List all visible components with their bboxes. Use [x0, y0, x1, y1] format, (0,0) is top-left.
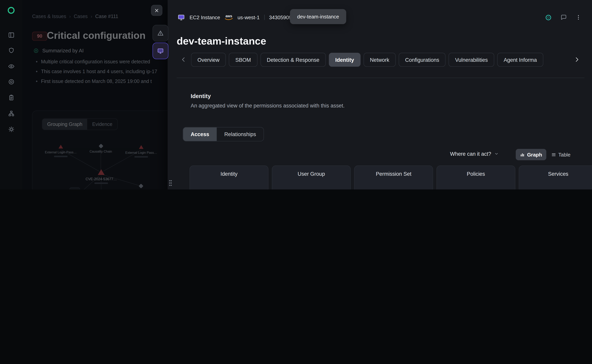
tab-detection-response[interactable]: Detection & Response — [261, 53, 326, 67]
tabs-scroll-left-icon[interactable] — [180, 56, 187, 64]
act-filter-label: Where can it act? — [450, 151, 491, 157]
graph-table-toggle: Graph Table — [516, 149, 575, 160]
panel-tab-bar: Overview SBOM Detection & Response Ident… — [191, 53, 570, 67]
sidebar-item-visibility[interactable] — [5, 61, 17, 72]
asset-side-tab-active[interactable] — [153, 43, 168, 59]
column-user-group: User Group — [272, 166, 351, 189]
sidebar-item-organization[interactable] — [5, 108, 17, 119]
tabs-overflow-fade — [545, 52, 572, 68]
alerts-side-tab[interactable] — [153, 25, 168, 42]
tab-sbom[interactable]: SBOM — [229, 53, 257, 67]
kebab-menu-icon[interactable] — [575, 14, 581, 20]
close-panel-button[interactable] — [151, 5, 162, 16]
sidebar-item-threats[interactable] — [5, 124, 17, 135]
bar-chart-icon — [520, 152, 525, 157]
panel-header-actions — [545, 12, 581, 22]
tabs-divider — [177, 78, 585, 78]
sidebar-item-cases[interactable] — [5, 29, 17, 41]
toggle-table-view[interactable]: Table — [547, 149, 575, 160]
tab-configurations[interactable]: Configurations — [399, 53, 446, 67]
sidebar-item-security[interactable] — [5, 45, 17, 56]
panel-header: EC2 Instance aws us-west-1 343059098… — [177, 12, 300, 22]
app-root: Cases & Issues › Cases › Case #111 90 Cr… — [0, 0, 592, 189]
column-permission-set: Permission Set — [354, 166, 433, 189]
asset-type-label: EC2 Instance — [189, 14, 220, 20]
asset-detail-panel: EC2 Instance aws us-west-1 343059098… de… — [168, 0, 592, 189]
region-label: us-west-1 — [237, 14, 259, 20]
panel-resize-handle[interactable] — [169, 180, 172, 187]
tooltip: dev-team-instance — [290, 9, 346, 24]
identity-section-heading: Identity — [191, 93, 211, 99]
panel-side-tabs — [153, 25, 168, 59]
tab-agent-information[interactable]: Agent Informa — [497, 53, 543, 67]
aws-logo-text: aws — [225, 14, 232, 18]
aws-logo: aws — [225, 14, 233, 20]
modal-dim-overlay — [22, 0, 168, 189]
feedback-chat-icon[interactable] — [560, 14, 567, 21]
table-list-icon — [551, 152, 556, 157]
column-services: Services — [519, 166, 592, 189]
column-identity: Identity — [189, 166, 269, 189]
asset-title: dev-team-instance — [177, 35, 266, 47]
column-header: Permission Set — [355, 166, 433, 177]
column-policies: Policies — [437, 166, 515, 189]
tab-vulnerabilities[interactable]: Vulnerabilities — [449, 53, 494, 67]
tab-overview[interactable]: Overview — [191, 53, 226, 67]
column-header: Services — [519, 166, 592, 177]
column-header: Policies — [437, 166, 515, 177]
tab-network[interactable]: Network — [363, 53, 396, 67]
monitor-icon — [177, 13, 185, 21]
toggle-access[interactable]: Access — [183, 128, 217, 141]
toggle-relationships[interactable]: Relationships — [217, 128, 263, 141]
tab-identity[interactable]: Identity — [329, 53, 360, 67]
header-divider — [264, 15, 265, 20]
app-sidebar: MB — [0, 0, 22, 189]
where-can-it-act-dropdown[interactable]: Where can it act? — [450, 151, 499, 157]
graph-view-label: Graph — [527, 152, 542, 157]
warning-triangle-icon — [157, 30, 164, 37]
identity-section-description: An aggregated view of the permissions as… — [191, 103, 345, 109]
column-header: Identity — [190, 166, 268, 177]
scan-status-icon[interactable] — [545, 14, 552, 21]
app-logo[interactable] — [5, 5, 17, 16]
column-header: User Group — [272, 166, 350, 177]
access-mode-toggle: Access Relationships — [183, 127, 264, 141]
sidebar-item-detections[interactable] — [5, 76, 17, 87]
monitor-icon — [157, 47, 164, 54]
chevron-down-icon — [494, 152, 499, 156]
tabs-scroll-right-icon[interactable] — [573, 56, 581, 64]
toggle-graph-view[interactable]: Graph — [516, 149, 546, 160]
table-view-label: Table — [558, 152, 570, 157]
sidebar-item-inventory[interactable] — [5, 92, 17, 103]
